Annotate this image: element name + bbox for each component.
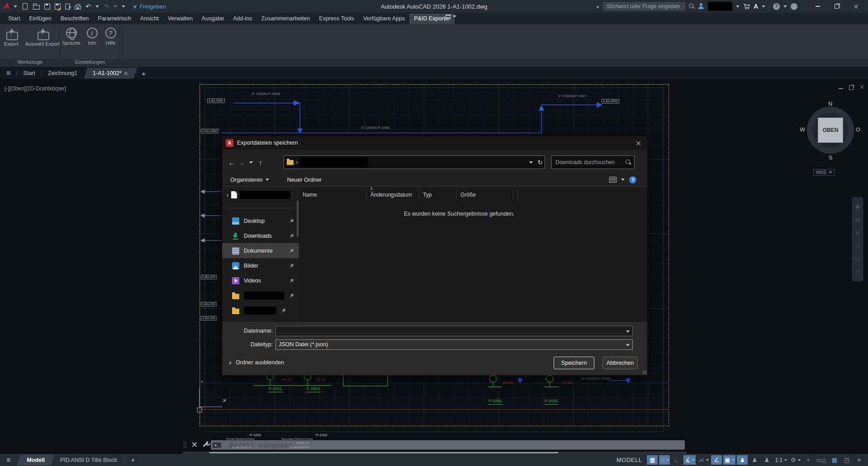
model-space-label[interactable]: MODELL bbox=[617, 457, 642, 463]
organize-button[interactable]: Organisieren bbox=[230, 177, 269, 183]
search-flyout-icon[interactable]: ▸ bbox=[597, 4, 599, 9]
dialog-title-bar[interactable]: A Exportdateien speichern bbox=[222, 136, 647, 150]
plot-icon[interactable] bbox=[65, 4, 70, 9]
command-history-caret-icon[interactable] bbox=[223, 444, 227, 446]
annotation-autoscale-icon[interactable]: ♟ bbox=[749, 455, 760, 465]
new-drawing-tab-button[interactable]: + bbox=[137, 70, 150, 77]
ribbon-tab[interactable]: Einfügen bbox=[24, 14, 56, 24]
autocad-logo-icon[interactable]: A bbox=[4, 2, 9, 11]
ribbon-tab[interactable]: Ansicht bbox=[136, 14, 163, 24]
redo-icon[interactable]: ↷ bbox=[104, 3, 109, 9]
compass-north[interactable]: N bbox=[828, 100, 832, 107]
pin-icon[interactable] bbox=[289, 263, 294, 268]
open-file-icon[interactable] bbox=[33, 5, 40, 9]
sprache-button[interactable]: Sprache bbox=[61, 26, 82, 59]
filename-input[interactable] bbox=[276, 328, 632, 334]
ribbon-tab[interactable]: Parametrisch bbox=[93, 14, 136, 24]
resize-grip[interactable] bbox=[643, 371, 646, 374]
restore-button[interactable] bbox=[827, 0, 846, 13]
sidebar-item[interactable]: Dokumente bbox=[222, 243, 299, 258]
layout-tab[interactable]: PID ANSI D Title Block bbox=[55, 455, 123, 465]
compass-south[interactable]: S bbox=[829, 154, 833, 161]
dialog-search-box[interactable] bbox=[551, 155, 635, 169]
nav-tool-icon[interactable]: ⊕ bbox=[855, 230, 860, 236]
info-button[interactable]: i Info bbox=[85, 26, 100, 59]
pin-icon[interactable] bbox=[289, 218, 294, 224]
panel-label-einstellungen[interactable]: Einstellungen bbox=[60, 59, 120, 67]
new-layout-button[interactable]: + bbox=[127, 457, 139, 464]
layout-tab[interactable]: Modell bbox=[17, 455, 55, 466]
command-input-bar[interactable]: >_ Befehl eingeben bbox=[211, 440, 685, 450]
doc-close-icon[interactable] bbox=[859, 85, 864, 89]
layout-menu-icon[interactable]: ≡ bbox=[0, 456, 17, 464]
help-search-input[interactable] bbox=[603, 2, 685, 10]
annotation-scale-value[interactable]: 1:1 bbox=[773, 455, 788, 465]
undo-caret-icon[interactable] bbox=[95, 5, 99, 8]
settings-gear-icon[interactable]: ⚙ bbox=[789, 455, 802, 465]
nav-back-icon[interactable]: ← bbox=[227, 159, 237, 166]
file-list[interactable]: NameÄnderungsdatumTypGröße ∧ Es wurden k… bbox=[299, 187, 647, 322]
autodesk-caret-icon[interactable] bbox=[762, 5, 765, 8]
hilfe-button[interactable]: ? Hilfe bbox=[103, 26, 119, 59]
refresh-icon[interactable]: ↻ bbox=[537, 159, 543, 166]
object-snap-icon[interactable]: ▣ bbox=[723, 455, 735, 465]
pin-icon[interactable] bbox=[281, 308, 286, 313]
nav-tool-icon[interactable]: ◎ bbox=[855, 217, 860, 223]
ribbon-tab[interactable]: Beschriften bbox=[56, 14, 94, 24]
annotation-scale-icon[interactable]: ♟ bbox=[761, 455, 772, 465]
column-header[interactable] bbox=[513, 190, 517, 200]
sort-caret-icon[interactable]: ∧ bbox=[370, 186, 373, 191]
sidebar-scrollbar[interactable] bbox=[297, 201, 299, 237]
dialog-search-icon[interactable] bbox=[626, 160, 631, 165]
drawing-tab[interactable]: 1-A1-1002* bbox=[84, 68, 137, 79]
quick-access-root[interactable]: › bbox=[222, 191, 290, 199]
redo-caret-icon[interactable] bbox=[114, 5, 117, 8]
file-tab-menu-icon[interactable]: ≡ bbox=[0, 69, 17, 77]
ribbon-tab[interactable]: Verwalten bbox=[163, 14, 197, 24]
nav-history-caret-icon[interactable] bbox=[249, 161, 253, 164]
command-close-icon[interactable] bbox=[192, 442, 197, 447]
customize-icon[interactable]: ≡ bbox=[854, 455, 864, 465]
sidebar-item[interactable] bbox=[222, 288, 299, 303]
ribbon-tab[interactable]: Add-ins bbox=[228, 14, 256, 24]
doc-minimize-icon[interactable] bbox=[839, 85, 844, 89]
filetype-caret-icon[interactable] bbox=[626, 344, 630, 346]
undo-icon[interactable]: ↶ bbox=[85, 3, 91, 9]
new-folder-button[interactable]: Neuer Ordner bbox=[287, 177, 322, 183]
column-header[interactable]: Größe bbox=[457, 190, 513, 200]
ribbon-tab[interactable]: Start bbox=[4, 14, 24, 24]
wcs-selector[interactable]: WKS bbox=[813, 169, 835, 176]
save-icon[interactable] bbox=[44, 4, 50, 9]
polar-tracking-icon[interactable]: ∡ bbox=[683, 455, 696, 465]
command-wrench-icon[interactable] bbox=[202, 441, 209, 448]
viewport-controls-label[interactable]: [-][Oben][2D-Drahtkörper] bbox=[5, 85, 66, 92]
save-button[interactable]: Speichern bbox=[554, 357, 594, 369]
doc-restore-icon[interactable] bbox=[849, 85, 854, 89]
panel-label-werkzeuge[interactable]: Werkzeuge bbox=[0, 59, 60, 67]
pin-icon[interactable] bbox=[289, 278, 294, 283]
address-dropdown-icon[interactable] bbox=[529, 161, 533, 164]
expand-icon[interactable]: › bbox=[227, 192, 228, 198]
help-caret-icon[interactable] bbox=[783, 5, 787, 8]
filename-caret-icon[interactable] bbox=[626, 330, 630, 333]
nav-tool-icon[interactable]: ◉ bbox=[855, 203, 860, 210]
feedback-icon[interactable] bbox=[791, 3, 797, 10]
filetype-combo[interactable]: JSON Datei (*.json) bbox=[275, 339, 633, 350]
minimize-button[interactable] bbox=[808, 0, 827, 13]
hide-folders-button[interactable]: ∧ Ordner ausblenden bbox=[228, 359, 284, 366]
sidebar-item[interactable]: Desktop bbox=[222, 213, 299, 228]
pin-icon[interactable] bbox=[289, 233, 294, 239]
nav-tool-icon[interactable]: ◇ bbox=[855, 242, 859, 249]
autosnap-icon[interactable]: ∠ bbox=[711, 455, 722, 465]
drawing-tab[interactable]: Start bbox=[17, 68, 41, 78]
crosshair-icon[interactable]: + bbox=[803, 455, 814, 465]
pin-icon[interactable] bbox=[289, 248, 294, 254]
share-button[interactable]: ➤ Freigeben bbox=[133, 3, 166, 10]
dialog-help-icon[interactable]: ? bbox=[629, 176, 636, 184]
sidebar-item[interactable]: Downloads bbox=[222, 228, 299, 243]
drawing-tab[interactable]: Zeichnung1 bbox=[42, 68, 84, 78]
ribbon-tab[interactable]: Express Tools bbox=[314, 14, 359, 24]
account-name-redacted[interactable] bbox=[708, 2, 732, 11]
cancel-button[interactable]: Abbrechen bbox=[602, 357, 638, 369]
dialog-search-input[interactable] bbox=[555, 159, 626, 165]
